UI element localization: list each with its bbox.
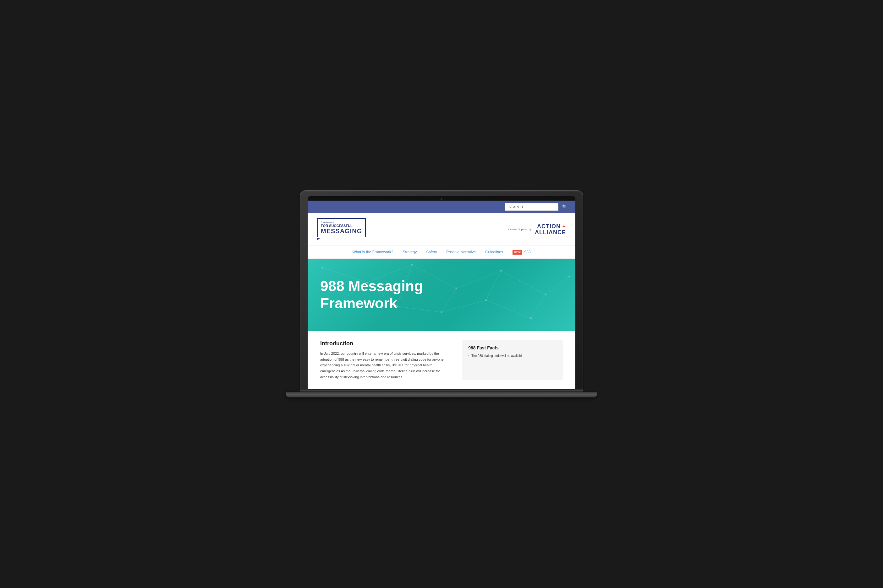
action-alliance-block: Initiative Suported by: ACTION ✦ ALLIANC… [508, 224, 566, 235]
svg-line-12 [441, 288, 456, 312]
main-nav: What is the Framework? Strategy Safety P… [308, 246, 575, 259]
alliance-text: ALLIANCE [535, 230, 566, 235]
star-icon: ✦ [562, 224, 566, 230]
logo-for-successful: FOR SUCCESSFUL [321, 224, 362, 228]
logo-text: framework FOR SUCCESSFUL MESSAGING [317, 218, 366, 237]
top-bar: 🔍 [308, 201, 575, 213]
svg-line-13 [486, 270, 501, 300]
svg-point-16 [322, 267, 323, 268]
logo-block: framework FOR SUCCESSFUL MESSAGING [317, 218, 366, 240]
website: 🔍 framework FOR SUCCESSFUL MESSAGING [308, 201, 575, 390]
webcam [441, 198, 442, 200]
svg-point-18 [411, 264, 412, 266]
svg-point-22 [569, 276, 570, 278]
logo-bubble-tail [317, 238, 320, 240]
svg-line-9 [486, 300, 531, 318]
hero-title-line2: Framework [320, 295, 423, 312]
search-input[interactable] [505, 203, 558, 211]
fast-facts-title: 988 Fast Facts [468, 345, 557, 350]
screen-content: 🔍 framework FOR SUCCESSFUL MESSAGING [308, 201, 575, 390]
svg-line-5 [546, 276, 569, 294]
nav-what-framework[interactable]: What is the Framework? [352, 246, 393, 258]
svg-point-20 [500, 270, 502, 272]
site-header: framework FOR SUCCESSFUL MESSAGING Initi… [308, 213, 575, 246]
svg-point-25 [485, 299, 487, 301]
intro-text: In July 2022, our country will enter a n… [320, 351, 453, 380]
action-alliance-logo: ACTION ✦ ALLIANCE [535, 224, 566, 235]
content-section: Introduction In July 2022, our country w… [308, 331, 575, 389]
intro-title: Introduction [320, 340, 453, 347]
laptop-mockup: 🔍 framework FOR SUCCESSFUL MESSAGING [300, 190, 583, 398]
nav-988-label: 988 [525, 250, 531, 254]
search-button[interactable]: 🔍 [560, 203, 569, 210]
hero-title-line1: 988 Messaging [320, 278, 423, 295]
logo-messaging: MESSAGING [321, 228, 362, 235]
screen-bezel: 🔍 framework FOR SUCCESSFUL MESSAGING [308, 196, 575, 390]
svg-point-26 [530, 317, 532, 319]
svg-line-8 [441, 300, 486, 312]
svg-point-21 [545, 293, 546, 295]
content-sidebar: 988 Fast Facts The 988 dialing code will… [462, 340, 563, 380]
logo-framework-small: framework [321, 221, 362, 224]
svg-line-3 [456, 270, 501, 288]
laptop-base [300, 389, 583, 398]
laptop-bottom [286, 392, 597, 398]
content-main: Introduction In July 2022, our country w… [320, 340, 453, 380]
nav-safety[interactable]: Safety [426, 246, 437, 258]
initiative-label: Initiative Suported by: [508, 228, 532, 231]
action-text: ACTION [537, 224, 561, 229]
fast-facts-item-0: The 988 dialing code will be available [468, 354, 557, 358]
svg-point-24 [441, 311, 442, 313]
new-badge: NEW! [513, 250, 522, 255]
laptop-hinge [300, 389, 583, 392]
search-container: 🔍 [505, 203, 569, 211]
nav-988[interactable]: NEW! 988 [513, 246, 531, 258]
nav-strategy[interactable]: Strategy [403, 246, 417, 258]
laptop-screen-outer: 🔍 framework FOR SUCCESSFUL MESSAGING [300, 190, 583, 390]
svg-line-4 [501, 270, 546, 294]
svg-point-19 [455, 287, 457, 289]
nav-guidelines[interactable]: Guidelines [485, 246, 503, 258]
hero-title: 988 Messaging Framework [320, 278, 423, 312]
hero-section: 988 Messaging Framework [308, 259, 575, 331]
svg-line-14 [531, 294, 546, 318]
nav-positive-narrative[interactable]: Positive Narrative [446, 246, 476, 258]
